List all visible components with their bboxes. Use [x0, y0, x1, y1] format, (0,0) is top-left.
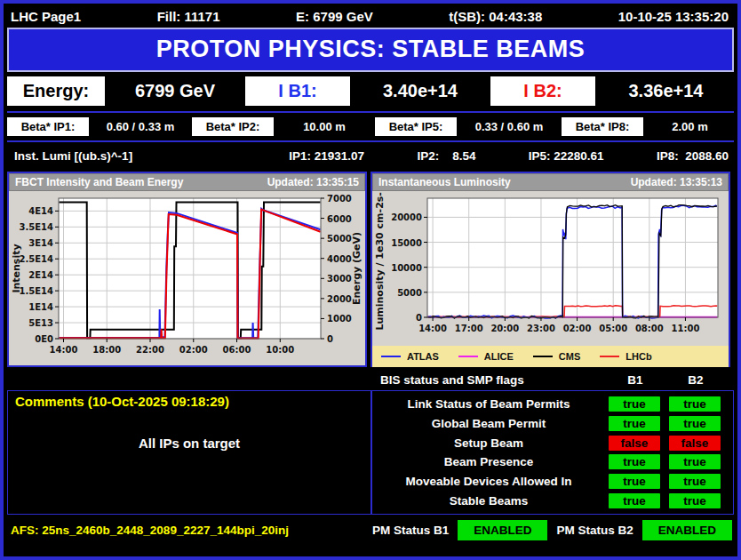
beta-ip1-value: 0.60 / 0.33 m — [92, 117, 189, 136]
lumi-chart-updated: Updated: 13:35:13 — [631, 176, 722, 188]
legend-item-atlas: ATLAS — [381, 351, 439, 362]
afs-filling-scheme: AFS: 25ns_2460b_2448_2089_2227_144bpi_20… — [11, 524, 289, 537]
bis-flag-b2: true — [669, 454, 721, 469]
svg-text:02:00: 02:00 — [563, 324, 592, 333]
legend-dash-icon — [381, 356, 401, 357]
beta-ip8-value: 2.00 m — [646, 117, 734, 136]
svg-text:20000: 20000 — [391, 212, 422, 222]
beam-mode-banner: PROTON PHYSICS: STABLE BEAMS — [7, 28, 734, 72]
svg-text:5E13: 5E13 — [28, 318, 53, 328]
svg-text:3.5E14: 3.5E14 — [20, 222, 54, 232]
bis-row-link-status: Link Status of Beam Permits true true — [378, 396, 721, 412]
beta-ip5-label: Beta* IP5: — [375, 117, 457, 136]
svg-text:3000: 3000 — [327, 274, 352, 284]
beta-star-row: Beta* IP1: 0.60 / 0.33 m Beta* IP2: 10.0… — [7, 116, 734, 142]
bis-col-b2: B2 — [670, 373, 721, 387]
svg-text:11:00: 11:00 — [672, 324, 700, 333]
bis-row-global-permit: Global Beam Permit true true — [378, 416, 721, 431]
svg-text:05:00: 05:00 — [599, 324, 627, 333]
svg-text:1000: 1000 — [327, 314, 352, 324]
bis-flag-b2: true — [669, 416, 721, 431]
svg-text:14:00: 14:00 — [418, 324, 447, 333]
svg-text:0: 0 — [416, 313, 422, 323]
svg-text:6000: 6000 — [327, 214, 352, 224]
lumi-ip5: IP5: 22280.61 — [529, 149, 604, 163]
pm-status-b1-label: PM Status B1 — [372, 524, 449, 537]
app-title: LHC Page1 — [11, 9, 81, 24]
lumi-chart-header: Instantaneous Luminosity Updated: 13:35:… — [372, 173, 729, 191]
bis-flags-table: Link Status of Beam Permits true true Gl… — [371, 390, 734, 515]
bis-row-label: Moveable Devices Allowed In — [378, 475, 600, 488]
bis-row-label: Global Beam Permit — [378, 417, 600, 430]
svg-text:Energy (GeV): Energy (GeV) — [351, 232, 363, 305]
svg-text:17:00: 17:00 — [455, 324, 483, 333]
bis-row-label: Stable Beams — [378, 494, 600, 508]
legend-item-lhcb: LHCb — [600, 351, 651, 362]
energy-label: Energy: — [7, 76, 105, 106]
lumi-chart-plot: 14:0017:0020:0023:0002:0005:0008:0011:00… — [372, 191, 729, 342]
svg-text:15000: 15000 — [391, 238, 422, 248]
lumi-ip8: IP8: 2088.60 — [657, 149, 729, 163]
bis-flag-b1: true — [609, 396, 660, 412]
bis-col-b1: B1 — [610, 373, 661, 387]
legend-label: ALICE — [484, 351, 514, 362]
pm-status-b1-value: ENABLED — [458, 520, 547, 540]
fill-number: Fill: 11171 — [157, 9, 220, 24]
legend-dash-icon — [600, 356, 619, 357]
bis-flag-b2: false — [669, 436, 721, 451]
svg-text:18:00: 18:00 — [92, 345, 121, 355]
svg-text:5000: 5000 — [327, 234, 352, 244]
lumi-chart-legend: ATLASALICECMSLHCb — [372, 346, 729, 367]
intensity-b2-value: 3.36e+14 — [598, 76, 734, 106]
svg-text:4000: 4000 — [327, 254, 352, 264]
beta-ip1-label: Beta* IP1: — [7, 117, 89, 136]
lumi-units-label: Inst. Lumi [(ub.s)^-1] — [14, 149, 236, 163]
svg-text:0E0: 0E0 — [35, 334, 53, 344]
svg-text:20:00: 20:00 — [490, 324, 519, 333]
bis-flag-b2: true — [669, 493, 721, 508]
legend-label: LHCb — [625, 351, 651, 362]
time-in-stable-beams: t(SB): 04:43:38 — [449, 9, 542, 24]
bis-flag-b2: true — [669, 474, 721, 489]
luminosity-chart-panel: Instantaneous Luminosity Updated: 13:35:… — [370, 172, 730, 367]
lhc-page1-screen: LHC Page1 Fill: 11171 E: 6799 GeV t(SB):… — [0, 0, 741, 560]
lumi-ip1: IP1: 21931.07 — [289, 149, 364, 163]
energy-intensity-row: Energy: 6799 GeV I B1: 3.40e+14 I B2: 3.… — [7, 76, 734, 113]
charts-row: FBCT Intensity and Beam Energy Updated: … — [7, 172, 734, 367]
bis-column: BIS status and SMP flags B1 B2 Link Stat… — [371, 370, 734, 515]
svg-text:06:00: 06:00 — [223, 345, 251, 355]
legend-label: ATLAS — [407, 351, 439, 362]
legend-label: CMS — [559, 351, 580, 362]
comments-body: All IPs on target — [15, 436, 363, 451]
svg-text:2.5E14: 2.5E14 — [20, 254, 54, 264]
pm-status-b2-label: PM Status B2 — [556, 524, 633, 537]
bis-flag-b1: true — [609, 454, 660, 469]
svg-text:Luminosity / 1e30 cm-2s-1: Luminosity / 1e30 cm-2s-1 — [374, 191, 386, 331]
svg-text:0: 0 — [327, 334, 333, 344]
svg-text:4E14: 4E14 — [28, 206, 53, 216]
fbct-intensity-chart-panel: FBCT Intensity and Beam Energy Updated: … — [7, 172, 367, 367]
pm-status-group: PM Status B1 ENABLED PM Status B2 ENABLE… — [372, 520, 732, 540]
lumi-ip2: IP2: 8.54 — [417, 149, 475, 163]
svg-text:14:00: 14:00 — [50, 345, 78, 355]
legend-dash-icon — [533, 356, 553, 357]
svg-text:02:00: 02:00 — [179, 345, 208, 355]
comments-column: Comments (10-Oct-2025 09:18:29) All IPs … — [7, 370, 371, 515]
bis-flag-b2: true — [669, 396, 721, 412]
bis-flag-b1: true — [609, 416, 660, 431]
intensity-b2-label: I B2: — [490, 76, 595, 106]
bottom-status-bar: AFS: 25ns_2460b_2448_2089_2227_144bpi_20… — [11, 518, 732, 541]
comments-title: Comments (10-Oct-2025 09:18:29) — [15, 394, 363, 409]
lumi-chart-title: Instantaneous Luminosity — [378, 176, 511, 188]
bis-row-moveable-devices: Moveable Devices Allowed In true true — [378, 474, 721, 489]
datetime: 10-10-25 13:35:20 — [618, 9, 729, 24]
fbct-chart-title: FBCT Intensity and Beam Energy — [15, 176, 183, 188]
energy-value: 6799 GeV — [108, 76, 243, 106]
bis-row-setup-beam: Setup Beam false false — [378, 436, 721, 451]
svg-text:5000: 5000 — [397, 288, 422, 298]
beta-ip2-value: 10.00 m — [276, 117, 372, 136]
instantaneous-lumi-row: Inst. Lumi [(ub.s)^-1] IP1: 21931.07 IP2… — [7, 142, 734, 170]
intensity-b1-value: 3.40e+14 — [353, 76, 488, 106]
beta-ip5-value: 0.33 / 0.60 m — [459, 117, 559, 136]
bis-row-label: Setup Beam — [378, 436, 600, 450]
